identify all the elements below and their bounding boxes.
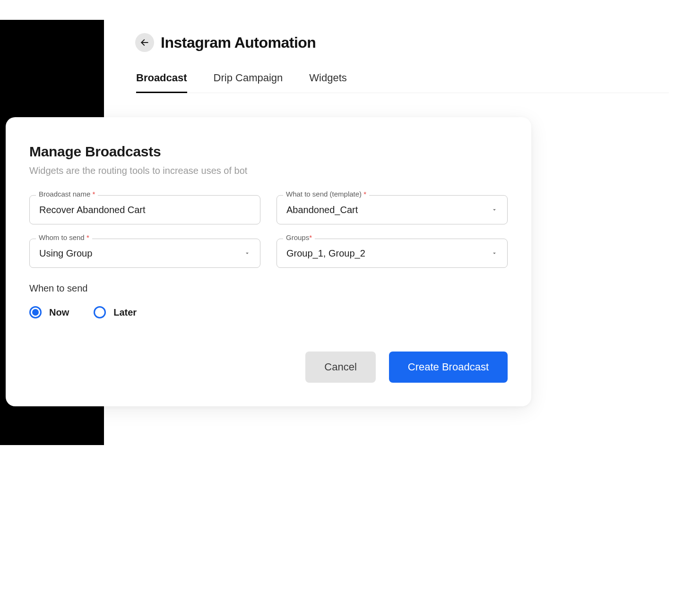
chevron-down-icon [244, 250, 251, 257]
tab-widgets[interactable]: Widgets [309, 72, 346, 93]
chevron-down-icon [491, 206, 498, 213]
tab-drip-campaign[interactable]: Drip Campaign [214, 72, 283, 93]
when-to-send-label: When to send [29, 283, 508, 294]
cancel-button[interactable]: Cancel [305, 352, 375, 383]
manage-broadcasts-modal: Manage Broadcasts Widgets are the routin… [6, 117, 531, 406]
chevron-down-icon [491, 250, 498, 257]
arrow-left-icon [140, 38, 149, 47]
groups-value: Group_1, Group_2 [286, 248, 365, 259]
modal-actions: Cancel Create Broadcast [29, 352, 508, 383]
groups-label: Groups* [283, 233, 315, 241]
template-select[interactable]: Abandoned_Cart [277, 195, 508, 224]
radio-later[interactable]: Later [94, 306, 137, 318]
groups-select[interactable]: Group_1, Group_2 [277, 239, 508, 268]
page-title: Instagram Automation [161, 34, 316, 51]
when-radio-group: Now Later [29, 306, 508, 318]
whom-select[interactable]: Using Group [29, 239, 260, 268]
broadcast-name-label: Broadcast name * [36, 190, 98, 198]
modal-title: Manage Broadcasts [29, 144, 508, 160]
broadcast-name-field: Broadcast name * [29, 195, 260, 224]
radio-now[interactable]: Now [29, 306, 69, 318]
radio-button-icon [94, 306, 106, 318]
radio-later-label: Later [113, 307, 137, 318]
radio-now-label: Now [49, 307, 69, 318]
whom-value: Using Group [39, 248, 92, 259]
broadcast-name-input[interactable] [39, 205, 251, 215]
create-broadcast-button[interactable]: Create Broadcast [389, 352, 508, 383]
whom-label: Whom to send * [36, 233, 92, 241]
whom-field: Whom to send * Using Group [29, 239, 260, 268]
back-button[interactable] [135, 33, 154, 52]
groups-field: Groups* Group_1, Group_2 [277, 239, 508, 268]
broadcast-name-input-wrapper [29, 195, 260, 224]
modal-subtitle: Widgets are the routing tools to increas… [29, 165, 508, 176]
form-grid: Broadcast name * What to send (template)… [29, 195, 508, 268]
tabs-bar: Broadcast Drip Campaign Widgets [135, 72, 669, 93]
template-field: What to send (template) * Abandoned_Cart [277, 195, 508, 224]
template-value: Abandoned_Cart [286, 205, 358, 215]
title-row: Instagram Automation [135, 33, 669, 52]
radio-button-icon [29, 306, 42, 318]
tab-broadcast[interactable]: Broadcast [136, 72, 187, 93]
template-label: What to send (template) * [283, 190, 369, 198]
